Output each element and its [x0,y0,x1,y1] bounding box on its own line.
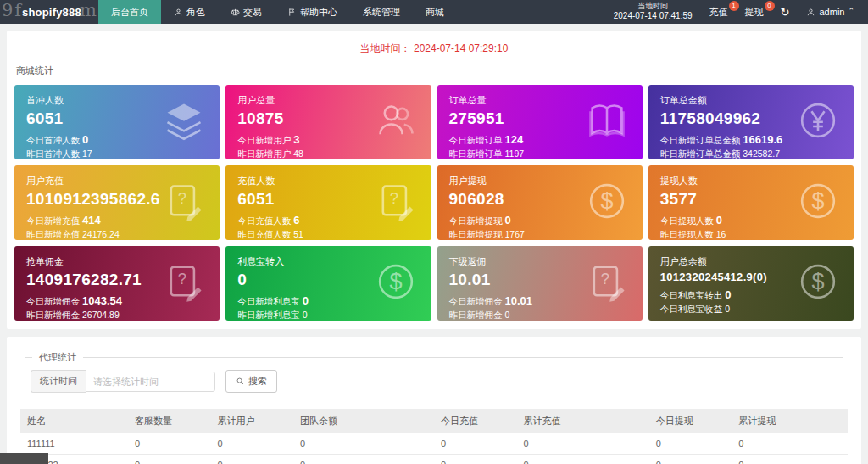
flag-icon [287,8,297,17]
page-local-time: 当地时间： 2024-07-14 07:29:10 [14,37,854,58]
table-cell: 0 [128,455,211,464]
table-cell: 0 [210,433,293,455]
card-icon-wrap: $ [585,179,629,226]
stat-card-4: 用户充值 1010912395862.6 今日新增充值414 昨日新增充值241… [14,165,220,240]
dollar-icon: $ [585,179,629,223]
dollar-icon: $ [796,260,840,304]
chevron-up-icon: ⌃ [848,7,854,15]
search-form: 统计时间 搜索 [31,370,837,393]
agent-panel: 代理统计 统计时间 搜索 姓名客服数量累计用户团队余额今日充值累计充值今日提现累… [7,337,861,464]
table-cell: 0 [517,455,649,464]
menu-item-label: 系统管理 [363,6,400,19]
stat-card-0: 首冲人数 6051 今日首冲人数0 昨日首冲人数17 [14,85,220,159]
stat-card-7: 提现人数 3577 今日提现人数0 昨日提现人数16 $ [648,165,854,240]
table-header-cell: 累计充值 [517,409,649,433]
menu-item-2[interactable]: 交易 [218,0,275,24]
stat-card-5: 充值人数 6051 今日充值人数6 昨日充值人数51 ? [225,165,431,240]
table-cell: 0 [128,433,211,455]
table-header-cell: 团队余额 [293,409,434,433]
form-icon: ? [374,179,418,223]
card-yesterday-line: 昨日首冲人数17 [26,148,208,159]
svg-text:$: $ [811,187,824,214]
recharge-badge: 1 [729,1,739,11]
agent-table: 姓名客服数量累计用户团队余额今日充值累计充值今日提现累计提现 111111000… [20,409,848,464]
card-icon-wrap [796,98,840,146]
table-header-cell: 累计提现 [732,409,848,433]
table-header-cell: 客服数量 [128,409,211,433]
logo: 9f shopify888 m [0,0,98,24]
table-cell: 0 [434,433,517,455]
refresh-icon[interactable]: ↻ [781,7,790,18]
menu-item-3[interactable]: 帮助中心 [275,0,350,24]
yen-icon [796,98,840,143]
card-yesterday-line: 昨日新增订单总金额342582.7 [660,148,842,159]
card-icon-wrap: ? [374,179,418,226]
withdraw-button[interactable]: 提现 0 [745,6,764,19]
stat-card-11: 用户总余额 1012320245412.9(0) 今日利息宝转出0 今日利息宝收… [648,246,854,321]
svg-text:$: $ [600,187,613,214]
svg-text:?: ? [389,189,398,207]
form-icon: ? [162,179,206,223]
top-navbar: 9f shopify888 m 后台首页角色交易帮助中心系统管理商城 当地时间 … [0,0,868,24]
menu-item-4[interactable]: 系统管理 [350,0,413,24]
svg-text:?: ? [178,270,186,288]
status-corner-box [0,453,48,464]
recharge-button[interactable]: 充值 1 [709,6,728,19]
menu-item-label: 商城 [426,6,444,19]
menu-item-label: 交易 [243,6,262,19]
table-cell: 0 [210,455,293,464]
table-cell: 0 [293,455,434,464]
card-icon-wrap [585,98,629,146]
card-yesterday-line: 昨日新增充值24176.24 [26,228,208,240]
stat-cards-grid: 首冲人数 6051 今日首冲人数0 昨日首冲人数17 用户总量 10875 今日… [14,85,854,321]
menu-item-label: 角色 [186,6,205,19]
table-cell: 0 [649,433,732,455]
table-row-0: 1111110000000 [20,433,848,455]
search-icon [236,377,245,386]
card-yesterday-line: 昨日充值人数51 [237,228,419,240]
main-menu: 后台首页角色交易帮助中心系统管理商城 [98,0,457,24]
card-icon-wrap: ? [162,260,206,307]
stat-card-1: 用户总量 10875 今日新增用户3 昨日新增用户48 [225,85,431,159]
svg-text:$: $ [389,268,402,294]
form-icon: ? [585,260,629,304]
stat-card-2: 订单总量 275951 今日新增订单124 昨日新增订单1197 [437,85,643,159]
section-title-mall-stats: 商城统计 [16,64,854,77]
card-yesterday-line: 昨日新增提现1767 [449,228,631,240]
table-header-cell: 今日充值 [434,409,517,433]
local-time-value: 2024-07-14 07:41:59 [614,11,693,22]
card-icon-wrap [374,98,418,146]
menu-item-1[interactable]: 角色 [161,0,218,24]
stat-time-input[interactable] [86,372,215,392]
form-icon: ? [162,260,206,304]
menu-item-0[interactable]: 后台首页 [98,0,161,24]
menu-item-5[interactable]: 商城 [413,0,457,24]
admin-username: admin [819,7,844,17]
search-button[interactable]: 搜索 [225,370,277,393]
withdraw-badge: 0 [765,1,775,11]
navbar-right: 当地时间 2024-07-14 07:41:59 充值 1 提现 0 ↻ adm… [614,0,868,24]
local-time: 当地时间 2024-07-14 07:41:59 [614,2,693,22]
stats-panel: 当地时间： 2024-07-14 07:29:10 商城统计 首冲人数 6051… [7,31,861,329]
stat-card-3: 订单总金额 11758049962 今日新增订单总金额16619.6 昨日新增订… [648,85,854,159]
agent-fieldset: 代理统计 统计时间 搜索 [25,357,843,396]
local-time-label: 当地时间 [614,2,693,11]
card-icon-wrap: ? [585,260,629,307]
table-cell: 111111 [20,433,128,455]
person-icon [806,8,815,17]
table-header-row: 姓名客服数量累计用户团队余额今日充值累计充值今日提现累计提现 [20,409,848,433]
card-icon-wrap: $ [796,179,840,226]
admin-menu[interactable]: admin ⌃ [806,7,854,17]
card-yesterday-line: 昨日新增佣金0 [449,309,631,321]
logo-text: shopify888 [22,6,81,19]
table-header-cell: 累计用户 [210,409,293,433]
dollar-icon: $ [374,260,418,304]
card-yesterday-line: 昨日新增用户48 [237,148,419,159]
stat-card-6: 用户提现 906028 今日新增提现0 昨日新增提现1767 $ [437,165,643,240]
book-icon [585,98,629,143]
layers-icon [162,98,206,143]
table-row-1: 2222220000000 [20,455,848,464]
card-icon-wrap: $ [796,260,840,307]
svg-text:$: $ [811,268,824,294]
card-yesterday-line: 昨日新增订单1197 [449,148,631,159]
